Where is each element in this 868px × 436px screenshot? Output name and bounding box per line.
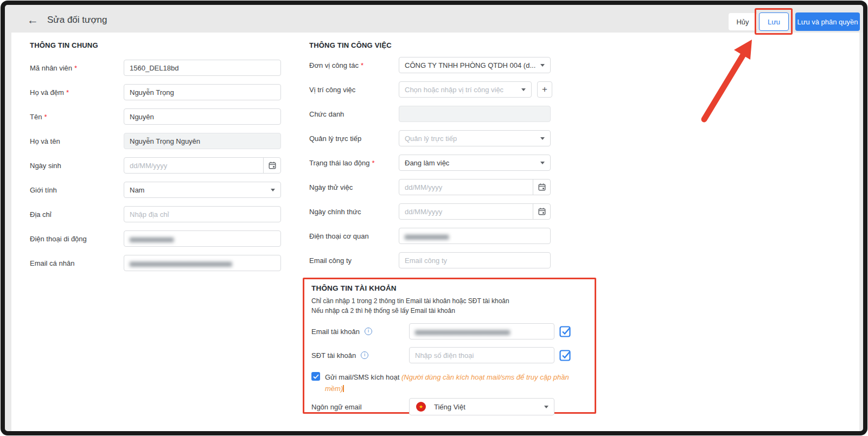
account-info-heading: THÔNG TIN TÀI KHOẢN: [311, 284, 589, 292]
office-phone-input-redacted[interactable]: ▆▆▆▆▆▆▆▆▆▆▆▆: [399, 228, 551, 244]
probation-date-label: Ngày thử việc: [309, 183, 353, 191]
first-name-input[interactable]: [124, 108, 281, 125]
send-activation-checkbox[interactable]: [311, 372, 320, 381]
last-middle-name-input[interactable]: [124, 84, 281, 100]
info-icon[interactable]: [365, 328, 372, 335]
job-position-placeholder: Chọn hoặc nhập vị trí công việc: [405, 86, 503, 94]
account-email-row: Email tài khoản ▆▆▆▆▆▆▆▆▆▆▆▆▆▆▆▆▆▆▆▆▆▆▆▆…: [311, 323, 589, 339]
probation-date-row: Ngày thử việc: [309, 179, 591, 195]
employee-code-label: Mã nhân viên: [30, 64, 72, 72]
work-info-section: THÔNG TIN CÔNG VIỆC Đơn vị công tác* CÔN…: [309, 41, 591, 277]
last-middle-name-label: Họ và đệm: [30, 88, 64, 97]
work-status-value: Đang làm việc: [405, 159, 449, 167]
gender-select[interactable]: Nam: [124, 182, 281, 198]
personal-email-label: Email cá nhân: [30, 259, 74, 267]
general-info-heading: THÔNG TIN CHUNG: [30, 41, 281, 49]
probation-date-field: [399, 179, 551, 195]
gender-label: Giới tính: [30, 186, 57, 194]
birth-date-label: Ngày sinh: [30, 162, 61, 170]
address-label: Địa chỉ: [30, 210, 52, 219]
vietnam-flag-icon: [416, 402, 426, 412]
company-email-row: Email công ty: [309, 252, 591, 268]
general-info-section: THÔNG TIN CHUNG Mã nhân viên* Họ và đệm*…: [30, 41, 281, 279]
vertical-scrollbar[interactable]: [859, 33, 864, 431]
page-header: ← Sửa đối tượng: [27, 14, 107, 25]
account-phone-label: SĐT tài khoản: [311, 351, 356, 360]
info-icon[interactable]: [361, 351, 368, 359]
job-title-row: Chức danh: [309, 106, 591, 122]
direct-manager-placeholder: Quản lý trực tiếp: [405, 134, 457, 143]
job-position-row: Vị trí công việc Chọn hoặc nhập vị trí c…: [309, 81, 591, 98]
calendar-icon[interactable]: [533, 204, 550, 219]
work-status-select[interactable]: Đang làm việc: [399, 155, 551, 171]
work-info-heading: THÔNG TIN CÔNG VIỆC: [309, 41, 591, 49]
mobile-phone-label: Điện thoại di động: [30, 235, 87, 243]
cancel-button[interactable]: Hủy: [729, 13, 757, 30]
work-status-label: Trạng thái lao động: [309, 159, 370, 167]
page-title: Sửa đối tượng: [47, 15, 107, 25]
required-marker: *: [44, 113, 47, 121]
probation-date-input[interactable]: [399, 179, 533, 195]
birth-date-input[interactable]: [124, 158, 263, 173]
calendar-icon[interactable]: [533, 179, 550, 195]
full-name-label: Họ và tên: [30, 137, 60, 145]
company-email-label: Email công ty: [309, 257, 352, 265]
save-button[interactable]: Lưu: [759, 12, 789, 31]
account-email-input-redacted[interactable]: ▆▆▆▆▆▆▆▆▆▆▆▆▆▆▆▆▆▆▆▆▆▆▆▆▆▆: [409, 323, 554, 339]
official-date-field: [399, 203, 551, 220]
verified-checkbox-icon[interactable]: [559, 325, 572, 338]
chevron-down-icon: [521, 88, 526, 91]
work-unit-select[interactable]: CÔNG TY TNHH PHÒNG QTDH 004 (d...: [399, 57, 551, 73]
mobile-phone-input-redacted[interactable]: ▆▆▆▆▆▆▆▆▆▆▆▆: [124, 230, 281, 247]
send-activation-label: Gửi mail/SMS kích hoạt: [325, 373, 399, 381]
direct-manager-select[interactable]: Quản lý trực tiếp: [399, 130, 551, 146]
account-note-line2: Nếu nhập cả 2 thì hệ thống sẽ lấy Email …: [311, 306, 589, 316]
work-unit-label: Đơn vị công tác: [309, 61, 359, 69]
email-language-row: Ngôn ngữ email Tiếng Việt: [311, 398, 589, 415]
birth-date-row: Ngày sinh: [30, 157, 281, 174]
redacted-value: ▆▆▆▆▆▆▆▆▆▆▆▆▆▆▆▆▆▆▆▆▆▆▆▆▆▆▆▆: [130, 260, 231, 266]
company-email-input[interactable]: [399, 252, 551, 268]
address-input[interactable]: [124, 206, 281, 222]
back-arrow-icon[interactable]: ←: [27, 14, 39, 25]
direct-manager-row: Quản lý trực tiếp Quản lý trực tiếp: [309, 130, 591, 146]
office-phone-label: Điện thoại cơ quan: [309, 232, 369, 240]
add-job-position-button[interactable]: +: [537, 81, 552, 98]
account-info-section: THÔNG TIN TÀI KHOẢN Chỉ cần nhập 1 trong…: [303, 278, 596, 414]
chevron-down-icon: [544, 406, 548, 408]
job-position-select[interactable]: Chọn hoặc nhập vị trí công việc: [399, 81, 532, 98]
job-position-label: Vị trí công việc: [309, 86, 355, 94]
full-name-input-disabled: [124, 133, 281, 149]
email-language-label: Ngôn ngữ email: [311, 403, 362, 411]
redacted-value: ▆▆▆▆▆▆▆▆▆▆▆▆: [405, 233, 448, 239]
email-language-select[interactable]: Tiếng Việt: [409, 398, 554, 415]
address-row: Địa chỉ: [30, 206, 281, 222]
full-name-row: Họ và tên: [30, 133, 281, 149]
text-cursor: [343, 385, 344, 392]
verified-checkbox-icon[interactable]: [559, 349, 572, 362]
edit-object-screen: ← Sửa đối tượng Hủy Lưu Lưu và phân quyề…: [0, 0, 868, 436]
official-date-label: Ngày chính thức: [309, 208, 361, 216]
redacted-value: ▆▆▆▆▆▆▆▆▆▆▆▆: [130, 236, 173, 242]
work-unit-row: Đơn vị công tác* CÔNG TY TNHH PHÒNG QTDH…: [309, 57, 591, 73]
required-marker: *: [66, 88, 69, 97]
send-activation-row: Gửi mail/SMS kích hoạt (Người dùng cần k…: [311, 371, 589, 394]
account-email-label: Email tài khoản: [311, 328, 360, 336]
last-middle-name-row: Họ và đệm*: [30, 84, 281, 100]
official-date-input[interactable]: [399, 204, 533, 219]
account-phone-input[interactable]: [409, 347, 554, 363]
employee-code-row: Mã nhân viên*: [30, 60, 281, 76]
personal-email-input-redacted[interactable]: ▆▆▆▆▆▆▆▆▆▆▆▆▆▆▆▆▆▆▆▆▆▆▆▆▆▆▆▆: [124, 255, 281, 271]
chevron-down-icon: [271, 189, 275, 191]
gender-value: Nam: [130, 186, 144, 194]
chevron-down-icon: [540, 162, 545, 164]
employee-code-input[interactable]: [124, 60, 281, 76]
chevron-down-icon: [540, 64, 545, 67]
direct-manager-label: Quản lý trực tiếp: [309, 134, 361, 143]
mobile-phone-row: Điện thoại di động ▆▆▆▆▆▆▆▆▆▆▆▆: [30, 230, 281, 247]
save-and-assign-button[interactable]: Lưu và phân quyền: [795, 12, 860, 31]
job-title-input-disabled: [399, 106, 551, 122]
required-marker: *: [361, 61, 363, 69]
personal-email-row: Email cá nhân ▆▆▆▆▆▆▆▆▆▆▆▆▆▆▆▆▆▆▆▆▆▆▆▆▆▆…: [30, 255, 281, 271]
calendar-icon[interactable]: [263, 158, 280, 173]
